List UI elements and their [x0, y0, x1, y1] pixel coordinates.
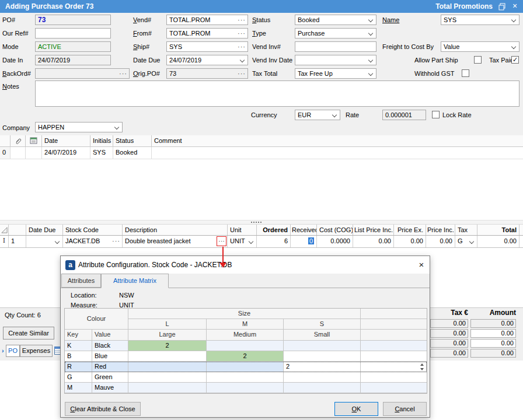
cell-ordered[interactable]: 6: [257, 236, 291, 247]
matrix-row-key[interactable]: B: [65, 351, 92, 362]
cell-description[interactable]: Double breasted jacket ···: [123, 236, 228, 247]
tax-paid-checkbox[interactable]: ✓: [511, 56, 519, 64]
tax-total-combo[interactable]: Tax Free Up: [295, 68, 376, 79]
matrix-cell-medium[interactable]: [207, 372, 284, 383]
col-price-inc[interactable]: Price Inc.: [426, 225, 455, 236]
attribute-lookup-icon[interactable]: ···: [217, 236, 226, 246]
matrix-cell-large[interactable]: [128, 351, 207, 362]
matrix-row-value[interactable]: Red: [92, 362, 128, 372]
matrix-row-value[interactable]: Green: [92, 372, 128, 383]
col-date[interactable]: Date: [42, 135, 90, 147]
stock-lookup-icon[interactable]: ···: [112, 236, 120, 247]
col-received[interactable]: Received: [291, 225, 317, 236]
amount-total-1[interactable]: 0.00: [470, 329, 516, 338]
tab-po[interactable]: PO: [6, 345, 20, 357]
matrix-cell-small[interactable]: [284, 383, 361, 393]
cell-date-due[interactable]: [26, 236, 63, 247]
cell-received[interactable]: 0: [291, 236, 317, 247]
matrix-cell-large[interactable]: 2: [128, 341, 207, 351]
matrix-row-key[interactable]: G: [65, 372, 92, 383]
allow-part-ship-checkbox[interactable]: [474, 56, 482, 64]
lock-rate-checkbox[interactable]: [432, 111, 440, 118]
cell-unit[interactable]: UNIT: [228, 236, 257, 247]
matrix-cell-large[interactable]: [128, 362, 207, 372]
col-total[interactable]: Total: [477, 225, 519, 236]
notes-textarea[interactable]: [35, 80, 519, 107]
our-ref-field[interactable]: [35, 28, 111, 38]
tab-attributes[interactable]: Attributes: [61, 274, 101, 288]
company-combo[interactable]: HAPPEN: [35, 122, 123, 132]
matrix-row-key[interactable]: R: [65, 362, 92, 372]
matrix-row-value[interactable]: Black: [92, 341, 128, 351]
restore-window-icon[interactable]: [497, 2, 507, 11]
cancel-button[interactable]: Cancel: [383, 402, 427, 416]
col-unit[interactable]: Unit: [228, 225, 257, 236]
col-stock-code[interactable]: Stock Code: [63, 225, 123, 236]
orig-po-field[interactable]: 73···: [166, 68, 248, 79]
matrix-row-value[interactable]: Blue: [92, 351, 128, 362]
currency-combo[interactable]: EUR: [295, 110, 340, 120]
amount-total-2[interactable]: 0.00: [470, 339, 516, 348]
clear-attribute-close-button[interactable]: Clear Attribute & Close: [65, 402, 141, 416]
matrix-cell-small-editing[interactable]: 2: [284, 362, 361, 372]
vend-field[interactable]: TOTAL.PROM···: [166, 15, 248, 25]
col-price-ex[interactable]: Price Ex.: [394, 225, 426, 236]
matrix-cell-large[interactable]: [128, 372, 207, 383]
orig-po-lookup-icon[interactable]: ···: [238, 69, 246, 78]
date-due-combo[interactable]: 24/07/2019: [166, 55, 248, 65]
select-all-corner-icon[interactable]: [0, 225, 9, 236]
matrix-row-key[interactable]: K: [65, 341, 92, 351]
matrix-cell-small[interactable]: [284, 351, 361, 362]
from-field[interactable]: TOTAL.PROM···: [166, 28, 248, 38]
cell-list-price-inc[interactable]: 0.00: [353, 236, 394, 247]
matrix-cell-medium[interactable]: [207, 383, 284, 393]
spinner-icon[interactable]: [420, 363, 425, 371]
col-list-price-inc[interactable]: List Price Inc.: [353, 225, 394, 236]
backord-lookup-icon[interactable]: ···: [119, 69, 127, 78]
tab-attribute-matrix[interactable]: Attribute Matrix: [101, 274, 169, 288]
cell-price-inc[interactable]: 0.00: [426, 236, 455, 247]
type-combo[interactable]: Purchase: [295, 28, 376, 38]
close-window-icon[interactable]: ×: [510, 2, 519, 11]
splitter-handle[interactable]: [0, 220, 523, 225]
col-date-due[interactable]: Date Due: [26, 225, 63, 236]
ship-lookup-icon[interactable]: ···: [238, 42, 246, 51]
vend-lookup-icon[interactable]: ···: [238, 15, 246, 24]
name-combo[interactable]: SYS: [441, 15, 519, 25]
cell-stock-code[interactable]: JACKET.DB···: [63, 236, 123, 247]
cell-total[interactable]: 0.00: [477, 236, 519, 247]
withhold-gst-checkbox[interactable]: [462, 69, 469, 77]
col-status[interactable]: Status: [113, 135, 152, 147]
freight-combo[interactable]: Value: [441, 41, 519, 52]
po-field[interactable]: 73: [35, 15, 111, 25]
cell-tax[interactable]: G: [455, 236, 477, 247]
status-combo[interactable]: Booked: [295, 15, 376, 25]
vend-inv-date-combo[interactable]: [295, 55, 376, 65]
matrix-cell-medium[interactable]: [207, 362, 284, 372]
create-similar-button[interactable]: Create Similar: [3, 327, 54, 340]
col-description[interactable]: Description: [123, 225, 228, 236]
col-cost[interactable]: Cost (COG): [317, 225, 353, 236]
ship-field[interactable]: SYS···: [166, 41, 248, 52]
matrix-cell-medium[interactable]: 2: [207, 351, 284, 362]
dialog-close-icon[interactable]: ×: [416, 259, 427, 271]
rate-field[interactable]: 0.000001: [382, 110, 426, 120]
matrix-cell-medium[interactable]: [207, 341, 284, 351]
matrix-row-key[interactable]: M: [65, 383, 92, 393]
col-comment[interactable]: Comment: [152, 135, 523, 147]
matrix-cell-small[interactable]: [284, 372, 361, 383]
from-lookup-icon[interactable]: ···: [238, 29, 246, 38]
date-in-field[interactable]: 24/07/2019: [35, 55, 111, 65]
col-ordered[interactable]: Ordered: [257, 225, 291, 236]
backord-field[interactable]: ···: [35, 68, 130, 79]
cell-price-ex[interactable]: 0.00: [394, 236, 426, 247]
vend-inv-field[interactable]: [295, 41, 376, 52]
tab-expenses[interactable]: Expenses: [20, 345, 53, 357]
col-initials[interactable]: Initials: [90, 135, 113, 147]
col-tax[interactable]: Tax: [455, 225, 477, 236]
matrix-cell-large[interactable]: [128, 383, 207, 393]
ok-button[interactable]: OK: [334, 402, 378, 416]
matrix-cell-small[interactable]: [284, 341, 361, 351]
matrix-row-value[interactable]: Mauve: [92, 383, 128, 393]
cell-cost[interactable]: 0.0000: [317, 236, 353, 247]
